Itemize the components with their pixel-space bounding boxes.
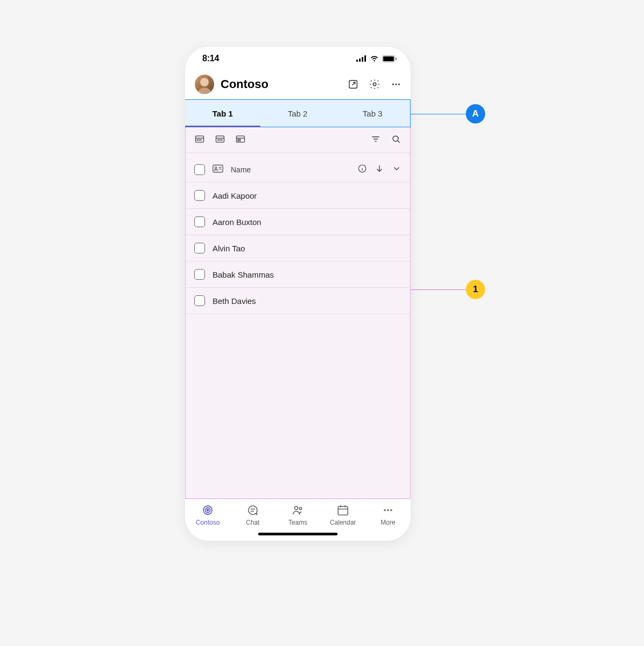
nav-label: Calendar	[330, 519, 356, 526]
select-all-checkbox[interactable]	[194, 164, 205, 175]
sort-arrow-down-icon[interactable]	[375, 164, 384, 176]
svg-point-24	[238, 139, 238, 140]
more-icon	[382, 504, 394, 517]
svg-point-34	[215, 167, 217, 169]
svg-rect-1	[359, 59, 361, 62]
nav-label: Chat	[246, 519, 259, 526]
nav-label: Contoso	[196, 519, 220, 526]
svg-point-47	[299, 507, 302, 510]
tab-1[interactable]: Tab 1	[185, 100, 260, 127]
app-header: Contoso	[185, 70, 411, 99]
svg-rect-2	[362, 57, 363, 62]
svg-point-54	[390, 509, 392, 511]
content-area: Name Aadi Kapoor Aaron Buxton Alvin Tao	[185, 127, 411, 499]
avatar[interactable]	[195, 75, 214, 94]
svg-point-10	[395, 83, 397, 85]
column-name-header[interactable]: Name	[231, 165, 251, 174]
list-item[interactable]: Alvin Tao	[186, 235, 410, 262]
annotation-leader-a	[411, 114, 466, 114]
nav-label: Teams	[288, 519, 307, 526]
row-checkbox[interactable]	[194, 216, 205, 227]
list-item[interactable]: Babak Shammas	[186, 262, 410, 288]
svg-rect-0	[356, 60, 358, 62]
svg-rect-5	[383, 56, 394, 61]
svg-point-46	[295, 506, 298, 510]
svg-point-15	[199, 140, 200, 140]
tab-3[interactable]: Tab 3	[335, 100, 410, 127]
chevron-down-icon[interactable]	[392, 164, 401, 176]
svg-point-8	[373, 83, 376, 86]
open-external-icon[interactable]	[347, 78, 359, 90]
view-list-icon[interactable]	[235, 134, 246, 147]
list-item[interactable]: Aaron Buxton	[186, 209, 410, 235]
list-item[interactable]: Beth Davies	[186, 288, 410, 314]
row-checkbox[interactable]	[194, 190, 205, 201]
nav-contoso[interactable]: Contoso	[188, 504, 227, 526]
list-header: Name	[186, 153, 410, 180]
svg-line-32	[398, 140, 400, 142]
svg-rect-48	[338, 506, 348, 515]
svg-point-27	[240, 140, 240, 141]
list-rows: Aadi Kapoor Aaron Buxton Alvin Tao Babak…	[186, 180, 410, 314]
svg-point-11	[398, 83, 400, 85]
svg-point-25	[240, 139, 240, 140]
row-name: Aadi Kapoor	[213, 191, 257, 200]
nav-calendar[interactable]: Calendar	[324, 504, 362, 526]
row-name: Babak Shammas	[213, 270, 274, 279]
status-bar: 8:14	[185, 47, 411, 70]
nav-label: More	[380, 519, 395, 526]
row-checkbox[interactable]	[194, 243, 205, 253]
list-toolbar	[186, 127, 410, 153]
view-all-icon[interactable]	[194, 134, 205, 147]
row-name: Alvin Tao	[213, 244, 245, 253]
calendar-icon	[336, 504, 349, 517]
svg-point-52	[384, 509, 386, 511]
svg-rect-6	[396, 57, 397, 60]
teams-icon	[291, 504, 304, 517]
annotation-badge-a: A	[466, 104, 485, 124]
nav-chat[interactable]: Chat	[233, 504, 272, 526]
annotation-leader-1	[411, 289, 466, 290]
svg-point-53	[387, 509, 389, 511]
cellular-icon	[356, 55, 367, 62]
tab-label: Tab 2	[288, 109, 308, 118]
row-checkbox[interactable]	[194, 295, 205, 306]
chat-icon	[246, 504, 259, 517]
tab-2[interactable]: Tab 2	[260, 100, 335, 127]
contact-card-icon	[213, 164, 223, 175]
gear-icon[interactable]	[369, 78, 380, 90]
search-icon[interactable]	[391, 134, 401, 147]
filter-icon[interactable]	[370, 134, 381, 147]
svg-point-20	[219, 140, 220, 140]
view-grid-icon[interactable]	[215, 134, 225, 147]
row-name: Aaron Buxton	[213, 217, 261, 227]
home-indicator	[258, 533, 338, 535]
list-item[interactable]: Aadi Kapoor	[186, 182, 410, 209]
nav-teams[interactable]: Teams	[279, 504, 317, 526]
svg-point-43	[207, 510, 209, 511]
more-icon[interactable]	[390, 78, 402, 90]
svg-point-14	[197, 140, 197, 140]
svg-rect-33	[213, 165, 223, 172]
tab-label: Tab 3	[363, 109, 383, 118]
status-icons	[356, 55, 397, 62]
status-time: 8:14	[202, 54, 219, 63]
svg-point-9	[392, 83, 394, 85]
info-icon[interactable]	[357, 164, 367, 176]
svg-point-21	[222, 140, 222, 140]
nav-more[interactable]: More	[369, 504, 407, 526]
svg-point-19	[218, 140, 218, 140]
wifi-icon	[370, 55, 379, 62]
annotation-badge-1: 1	[466, 280, 485, 299]
row-name: Beth Davies	[213, 296, 256, 306]
app-icon	[201, 504, 214, 517]
row-checkbox[interactable]	[194, 269, 205, 280]
svg-rect-17	[216, 136, 224, 142]
tab-label: Tab 1	[213, 109, 233, 118]
svg-rect-3	[364, 55, 366, 62]
svg-point-16	[201, 140, 201, 140]
svg-rect-12	[196, 136, 204, 142]
svg-point-31	[393, 136, 398, 141]
phone-frame: 8:14 Contoso Tab 1 Tab 2 Tab 3	[185, 47, 411, 541]
svg-point-26	[238, 140, 238, 141]
